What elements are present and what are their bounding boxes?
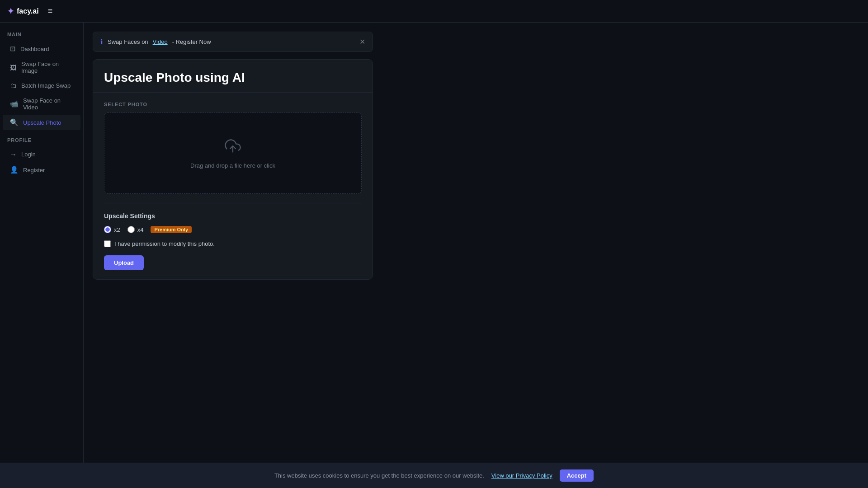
main-content: ℹ Swap Faces on Video - Register Now ✕ U… bbox=[84, 23, 868, 488]
permission-label: I have permission to modify this photo. bbox=[114, 240, 215, 247]
upload-cloud-icon bbox=[225, 138, 241, 158]
register-icon: 👤 bbox=[10, 166, 19, 174]
drop-zone[interactable]: Drag and drop a file here or click bbox=[104, 113, 362, 194]
upscale-photo-icon: 🔍 bbox=[10, 118, 19, 127]
sidebar-item-register[interactable]: 👤 Register bbox=[3, 162, 80, 178]
drop-zone-text: Drag and drop a file here or click bbox=[190, 162, 275, 169]
info-banner: ℹ Swap Faces on Video - Register Now ✕ bbox=[93, 32, 373, 52]
banner-text-after: - Register Now bbox=[172, 38, 211, 45]
dashboard-icon: ⊡ bbox=[10, 45, 16, 53]
sidebar-item-label: Login bbox=[21, 151, 36, 158]
page-card: Upscale Photo using AI SELECT PHOTO Drag… bbox=[93, 59, 373, 280]
permission-checkbox[interactable] bbox=[104, 240, 111, 247]
x4-radio[interactable] bbox=[127, 226, 135, 233]
info-icon: ℹ bbox=[100, 38, 103, 46]
swap-face-video-icon: 📹 bbox=[10, 100, 19, 108]
sidebar-item-label: Upscale Photo bbox=[23, 119, 61, 126]
main-section-label: MAIN bbox=[0, 32, 83, 41]
x2-option[interactable]: x2 bbox=[104, 226, 120, 233]
upscale-options: x2 x4 Premium Only bbox=[104, 226, 362, 233]
cookie-banner: This website uses cookies to ensure you … bbox=[0, 463, 868, 488]
logo[interactable]: ✦ facy.ai bbox=[7, 6, 39, 16]
sidebar-item-label: Register bbox=[23, 167, 45, 174]
upload-button[interactable]: Upload bbox=[104, 255, 144, 270]
banner-text: ℹ Swap Faces on Video - Register Now bbox=[100, 38, 211, 46]
x2-radio[interactable] bbox=[104, 226, 111, 233]
settings-title: Upscale Settings bbox=[104, 212, 362, 220]
x2-label: x2 bbox=[114, 226, 120, 233]
hamburger-button[interactable]: ≡ bbox=[48, 6, 53, 16]
accept-cookies-button[interactable]: Accept bbox=[560, 469, 594, 482]
banner-close-button[interactable]: ✕ bbox=[359, 38, 365, 46]
sidebar-item-dashboard[interactable]: ⊡ Dashboard bbox=[3, 41, 80, 56]
sidebar: MAIN ⊡ Dashboard 🖼 Swap Face on Image 🗂 … bbox=[0, 23, 84, 488]
sidebar-item-login[interactable]: → Login bbox=[3, 147, 80, 162]
topnav: ✦ facy.ai ≡ bbox=[0, 0, 868, 23]
upscale-settings-section: Upscale Settings x2 x4 Premium Only I ha… bbox=[93, 203, 373, 279]
banner-video-link[interactable]: Video bbox=[153, 38, 168, 45]
privacy-policy-link[interactable]: View our Privacy Policy bbox=[491, 472, 552, 479]
swap-face-image-icon: 🖼 bbox=[10, 64, 17, 71]
logo-text: facy.ai bbox=[17, 7, 39, 15]
banner-text-before: Swap Faces on bbox=[108, 38, 148, 45]
sidebar-item-label: Batch Image Swap bbox=[21, 82, 71, 89]
x4-option[interactable]: x4 bbox=[127, 226, 144, 233]
select-photo-label: SELECT PHOTO bbox=[104, 102, 362, 107]
sidebar-item-label: Swap Face on Video bbox=[23, 97, 73, 111]
sidebar-item-swap-face-image[interactable]: 🖼 Swap Face on Image bbox=[3, 57, 80, 78]
sidebar-item-upscale-photo[interactable]: 🔍 Upscale Photo bbox=[3, 115, 80, 130]
premium-badge: Premium Only bbox=[151, 226, 192, 233]
profile-section-label: PROFILE bbox=[0, 137, 83, 146]
select-photo-section: SELECT PHOTO Drag and drop a file here o… bbox=[93, 92, 373, 203]
sidebar-item-swap-face-video[interactable]: 📹 Swap Face on Video bbox=[3, 94, 80, 114]
permission-row: I have permission to modify this photo. bbox=[104, 240, 362, 247]
sidebar-item-label: Dashboard bbox=[20, 46, 49, 52]
login-icon: → bbox=[10, 150, 17, 158]
batch-image-icon: 🗂 bbox=[10, 82, 17, 89]
x4-label: x4 bbox=[137, 226, 144, 233]
sidebar-item-batch-image-swap[interactable]: 🗂 Batch Image Swap bbox=[3, 78, 80, 93]
logo-icon: ✦ bbox=[7, 6, 14, 16]
sidebar-item-label: Swap Face on Image bbox=[21, 61, 73, 74]
page-title: Upscale Photo using AI bbox=[93, 60, 373, 92]
cookie-text: This website uses cookies to ensure you … bbox=[274, 472, 484, 479]
